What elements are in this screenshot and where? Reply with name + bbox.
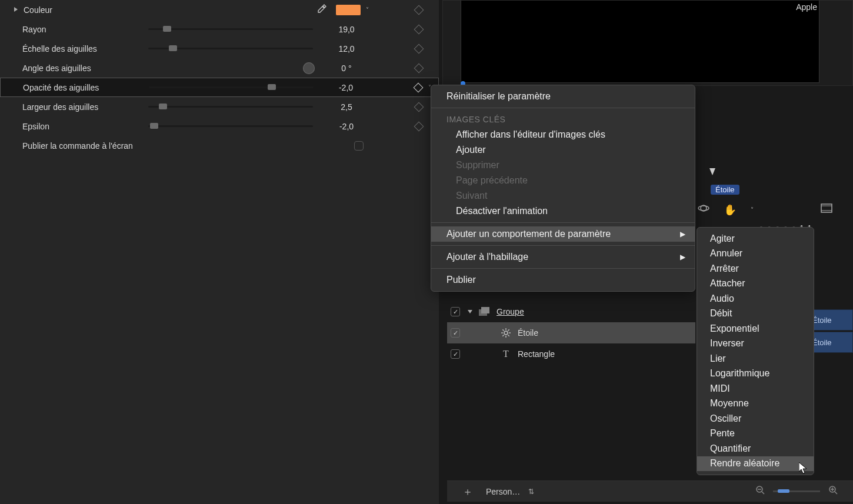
inspector-panel: Couleur ˅ Rayon 19,0 Échelle des aiguill… — [0, 0, 439, 504]
sub-log[interactable]: Logarithmique — [697, 366, 814, 382]
ctx-add-behavior[interactable]: Ajouter un comportement de paramètre ▶ — [431, 226, 695, 242]
chevron-down-icon[interactable]: ˅ — [366, 6, 369, 13]
bottom-toolbar: ＋ Person… ⇅ — [447, 480, 853, 502]
param-echelle[interactable]: Échelle des aiguilles 12,0 — [0, 39, 439, 58]
ctx-next: Suivant — [431, 188, 695, 203]
sub-quantifier[interactable]: Quantifier — [697, 441, 814, 456]
sub-inverser[interactable]: Inverser — [697, 336, 814, 352]
popup-stepper-icon[interactable]: ⇅ — [525, 488, 538, 496]
svg-point-7 — [504, 331, 508, 335]
param-rayon[interactable]: Rayon 19,0 — [0, 19, 439, 39]
value-field[interactable]: 19,0 — [326, 25, 367, 34]
layer-name[interactable]: Étoile — [518, 328, 538, 338]
brand-label: Apple — [796, 2, 817, 12]
layer-name[interactable]: Rectangle — [518, 349, 555, 359]
param-label: Rayon — [13, 25, 142, 34]
value-field[interactable]: 2,5 — [326, 102, 367, 112]
zoom-in-icon[interactable] — [825, 485, 841, 498]
filmstrip-icon[interactable] — [821, 203, 832, 216]
sub-annuler[interactable]: Annuler — [697, 246, 814, 262]
ctx-show-kf-editor[interactable]: Afficher dans l'éditeur d'images clés — [431, 127, 695, 142]
eyedropper-icon[interactable] — [316, 4, 327, 16]
separator — [431, 268, 695, 269]
ctx-disable-anim[interactable]: Désactiver l'animation — [431, 203, 695, 219]
param-label: Échelle des aiguilles — [13, 44, 142, 54]
visibility-checkbox[interactable]: ✓ — [451, 328, 460, 338]
zoom-out-icon[interactable] — [752, 485, 768, 498]
value-field[interactable]: -2,0 — [325, 83, 366, 92]
ctx-add-rig[interactable]: Ajouter à l'habillage ▶ — [431, 249, 695, 265]
param-label: Opacité des aiguilles — [14, 83, 143, 92]
sub-moyenne[interactable]: Moyenne — [697, 396, 814, 412]
zoom-slider[interactable] — [773, 490, 820, 492]
sub-attacher[interactable]: Attacher — [697, 276, 814, 292]
visibility-checkbox[interactable]: ✓ — [451, 307, 460, 316]
ctx-label: Ajouter à l'habillage — [447, 252, 528, 262]
param-label: Largeur des aiguilles — [13, 102, 142, 112]
gear-icon — [500, 328, 512, 338]
playhead-icon[interactable] — [709, 168, 715, 175]
publish-checkbox[interactable] — [354, 141, 364, 151]
separator — [431, 245, 695, 246]
sub-osciller[interactable]: Osciller — [697, 411, 814, 426]
sub-lier[interactable]: Lier — [697, 351, 814, 366]
slider[interactable] — [148, 106, 313, 108]
value-field[interactable]: 12,0 — [326, 44, 367, 54]
popup-label[interactable]: Person… — [486, 487, 520, 496]
disclosure-icon[interactable] — [467, 307, 475, 316]
ctx-header: IMAGES CLÉS — [431, 112, 695, 127]
layer-etoile[interactable]: ✓ Étoile — [447, 322, 695, 343]
canvas-viewer[interactable]: Apple — [442, 0, 853, 86]
keyframe-icon[interactable] — [414, 121, 424, 131]
keyframe-icon[interactable] — [414, 24, 424, 34]
hand-icon[interactable]: ✋ — [724, 203, 737, 216]
add-button[interactable]: ＋ — [459, 485, 477, 499]
color-well[interactable] — [335, 4, 361, 16]
param-angle[interactable]: Angle des aiguilles 0 ° — [0, 58, 439, 78]
param-label: Couleur — [24, 5, 153, 15]
canvas[interactable] — [461, 0, 819, 83]
text-icon: T — [500, 349, 512, 359]
param-largeur[interactable]: Largeur des aiguilles 2,5 — [0, 97, 439, 116]
slider[interactable] — [149, 86, 314, 88]
sub-debit[interactable]: Débit — [697, 306, 814, 322]
chevron-down-icon[interactable]: ˅ — [751, 206, 754, 213]
timeline-tag[interactable]: Étoile — [711, 185, 739, 195]
svg-line-10 — [762, 492, 764, 494]
layer-name[interactable]: Groupe — [497, 307, 524, 316]
slider[interactable] — [148, 125, 313, 127]
keyframe-icon[interactable] — [414, 44, 424, 54]
param-couleur[interactable]: Couleur ˅ — [0, 0, 439, 19]
sub-midi[interactable]: MIDI — [697, 381, 814, 396]
keyframe-icon[interactable] — [414, 102, 424, 112]
disclosure-icon[interactable] — [13, 6, 20, 14]
param-publier[interactable]: Publier la commande à l'écran — [0, 136, 439, 155]
sub-rendre-aleatoire[interactable]: Rendre aléatoire — [697, 456, 814, 472]
slider[interactable] — [148, 48, 313, 49]
sub-audio[interactable]: Audio — [697, 291, 814, 306]
layer-group[interactable]: ✓ Groupe — [447, 301, 695, 322]
keyframe-icon[interactable] — [414, 63, 424, 73]
sub-exponentiel[interactable]: Exponentiel — [697, 321, 814, 336]
keyframe-icon[interactable] — [414, 82, 424, 92]
param-opacite[interactable]: Opacité des aiguilles -2,0 ˅ — [0, 78, 439, 97]
sub-agiter[interactable]: Agiter — [697, 231, 814, 246]
ctx-add[interactable]: Ajouter — [431, 142, 695, 158]
dial[interactable] — [303, 62, 315, 74]
layer-rectangle[interactable]: ✓ T Rectangle — [447, 343, 695, 365]
sub-pente[interactable]: Pente — [697, 426, 814, 442]
context-menu: Réinitialiser le paramètre IMAGES CLÉS A… — [431, 85, 695, 292]
submenu-arrow-icon: ▶ — [680, 230, 685, 238]
svg-rect-2 — [821, 204, 832, 212]
value-field[interactable]: -2,0 — [326, 122, 367, 131]
keyframe-icon[interactable] — [414, 5, 424, 15]
orbit-icon[interactable] — [698, 202, 709, 217]
param-epsilon[interactable]: Epsilon -2,0 — [0, 116, 439, 136]
ctx-reset[interactable]: Réinitialiser le paramètre — [431, 89, 695, 104]
slider[interactable] — [148, 28, 313, 30]
ctx-prev: Page précédente — [431, 173, 695, 188]
value-field[interactable]: 0 ° — [326, 64, 367, 73]
sub-arreter[interactable]: Arrêter — [697, 261, 814, 276]
visibility-checkbox[interactable]: ✓ — [451, 349, 460, 359]
ctx-publish[interactable]: Publier — [431, 272, 695, 288]
